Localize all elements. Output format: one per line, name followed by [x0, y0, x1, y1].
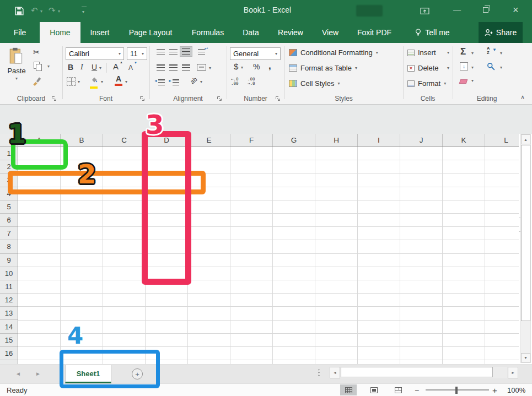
column-header-f[interactable]: F	[230, 134, 273, 147]
save-icon[interactable]	[14, 6, 24, 16]
decrease-decimal-button[interactable]: .00→.0	[248, 77, 255, 86]
vertical-scroll-thumb[interactable]	[521, 145, 530, 321]
underline-caret-icon[interactable]: ▾	[99, 66, 101, 70]
delete-cells-button[interactable]: ✕ Delete▾	[407, 64, 449, 72]
tab-page-layout[interactable]: Page Layout	[123, 22, 178, 43]
orientation-caret-icon[interactable]: ▾	[200, 79, 202, 84]
row-header-12[interactable]: 12	[0, 294, 18, 307]
font-size-combo[interactable]: 11 ▾	[127, 47, 147, 60]
column-header-i[interactable]: I	[358, 134, 400, 147]
bold-button[interactable]: B	[68, 63, 73, 72]
accounting-format-button[interactable]: $	[234, 62, 238, 71]
column-header-k[interactable]: K	[443, 134, 485, 147]
row-header-7[interactable]: 7	[0, 227, 18, 240]
vertical-scrollbar[interactable]: ▲ ▼	[520, 134, 531, 363]
borders-caret-icon[interactable]: ▾	[78, 79, 80, 84]
redo-caret-icon[interactable]: ▾	[58, 9, 60, 14]
ribbon-display-options-icon[interactable]	[420, 6, 429, 15]
merge-center-caret-icon[interactable]: ▾	[209, 66, 211, 70]
zoom-out-button[interactable]: −	[415, 386, 419, 395]
accounting-caret-icon[interactable]: ▾	[241, 65, 243, 70]
align-left-button[interactable]	[157, 64, 165, 70]
tabbar-splitter[interactable]	[318, 368, 320, 377]
column-header-g[interactable]: G	[273, 134, 315, 147]
tab-data[interactable]: Data	[236, 22, 266, 43]
comma-style-button[interactable]: ,	[268, 61, 271, 72]
fill-button[interactable]: ↓	[460, 62, 468, 70]
row-header-10[interactable]: 10	[0, 267, 18, 280]
zoom-level[interactable]: 100%	[507, 386, 525, 394]
orientation-button[interactable]: ab	[189, 75, 198, 85]
page-break-view-button[interactable]	[390, 384, 406, 395]
redo-icon[interactable]: ↷	[49, 6, 56, 15]
close-button[interactable]: ×	[513, 4, 519, 16]
grow-font-button[interactable]: A	[113, 62, 119, 71]
fill-color-caret-icon[interactable]: ▾	[101, 79, 103, 84]
row-header-11[interactable]: 11	[0, 280, 18, 294]
column-header-h[interactable]: H	[315, 134, 358, 147]
top-align-button[interactable]	[157, 49, 165, 55]
increase-decimal-button[interactable]: ←.0.00	[231, 77, 239, 86]
clear-caret-icon[interactable]: ▾	[471, 78, 474, 83]
align-center-button[interactable]	[169, 64, 178, 70]
tab-view[interactable]: View	[315, 22, 345, 43]
find-select-button[interactable]	[487, 62, 495, 70]
undo-caret-icon[interactable]: ▾	[40, 9, 42, 14]
column-header-e[interactable]: E	[188, 134, 230, 147]
autosum-button[interactable]: Σ	[460, 46, 466, 57]
zoom-slider-handle[interactable]	[455, 387, 458, 394]
autosum-caret-icon[interactable]: ▾	[471, 51, 474, 56]
copy-button[interactable]	[34, 62, 40, 69]
tab-formulas[interactable]: Formulas	[186, 22, 229, 43]
align-right-button[interactable]	[182, 64, 190, 70]
number-format-combo[interactable]: General ▾	[230, 47, 281, 60]
scroll-up-button[interactable]: ▲	[521, 134, 530, 144]
middle-align-button[interactable]	[169, 49, 178, 55]
decrease-indent-button[interactable]	[158, 79, 165, 85]
tab-review[interactable]: Review	[273, 22, 308, 43]
font-color-button[interactable]: A	[115, 75, 122, 86]
zoom-in-button[interactable]: +	[492, 386, 497, 395]
tab-insert[interactable]: Insert	[84, 22, 116, 43]
paste-button[interactable]: Paste ▾	[4, 47, 29, 94]
font-dialog-launcher-icon[interactable]	[139, 96, 145, 101]
column-header-l[interactable]: L	[485, 134, 519, 147]
tab-home[interactable]: Home	[40, 22, 80, 43]
font-family-combo[interactable]: Calibri ▾	[66, 47, 124, 60]
clipboard-dialog-launcher-icon[interactable]	[51, 96, 57, 101]
collapse-ribbon-button[interactable]: ∧	[520, 94, 525, 101]
alignment-dialog-launcher-icon[interactable]	[217, 96, 222, 101]
row-header-14[interactable]: 14	[0, 320, 18, 333]
column-header-j[interactable]: J	[400, 134, 443, 147]
share-button[interactable]: Share	[479, 22, 523, 43]
hscroll-left-button[interactable]: ◄	[330, 367, 340, 378]
prev-sheet-button[interactable]: ◄	[15, 371, 21, 377]
row-header-5[interactable]: 5	[0, 200, 18, 214]
fill-caret-icon[interactable]: ▾	[471, 65, 474, 70]
scroll-down-button[interactable]: ▼	[521, 353, 530, 362]
sort-filter-button[interactable]: AZ	[487, 46, 490, 55]
column-header-c[interactable]: C	[103, 134, 146, 147]
horizontal-scrollbar[interactable]	[341, 367, 507, 378]
normal-view-button[interactable]	[340, 384, 357, 395]
increase-indent-button[interactable]	[173, 79, 179, 85]
row-header-6[interactable]: 6	[0, 214, 18, 227]
hscroll-right-button[interactable]: ►	[508, 367, 518, 378]
tab-file[interactable]: File	[7, 22, 33, 43]
format-painter-button[interactable]	[32, 76, 42, 86]
tab-foxit-pdf[interactable]: Foxit PDF	[352, 22, 397, 43]
row-header-16[interactable]: 16	[0, 347, 18, 360]
find-caret-icon[interactable]: ▾	[500, 65, 502, 70]
insert-cells-button[interactable]: Insert▾	[407, 48, 449, 57]
format-as-table-button[interactable]: Format as Table▾	[289, 64, 357, 72]
copy-caret-icon[interactable]: ▾	[47, 64, 50, 69]
percent-style-button[interactable]: %	[253, 62, 260, 71]
number-dialog-launcher-icon[interactable]	[275, 96, 281, 101]
undo-icon[interactable]: ↶	[31, 6, 38, 15]
next-sheet-button[interactable]: ►	[35, 371, 41, 377]
fill-color-button[interactable]	[90, 76, 99, 89]
underline-button[interactable]: U	[92, 63, 97, 72]
format-cells-button[interactable]: Format▾	[407, 79, 449, 88]
horizontal-scroll-thumb[interactable]	[341, 367, 493, 377]
cell-styles-button[interactable]: Cell Styles▾	[289, 79, 340, 88]
